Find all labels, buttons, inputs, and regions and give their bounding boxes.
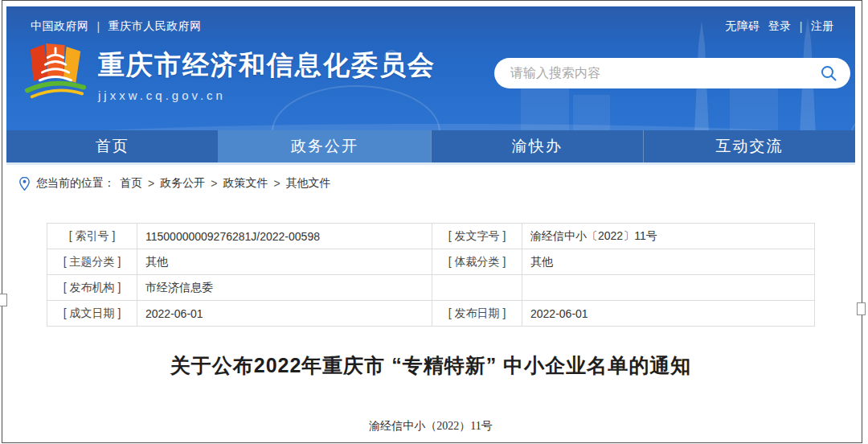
top-bar: 中国政府网 | 重庆市人民政府网 无障碍 登录 | 注册 xyxy=(6,6,855,34)
doc-number: 渝经信中小（2022）11号 xyxy=(6,419,855,434)
table-row: [ 索引号 ] 11500000009276281J/2022-00598 [ … xyxy=(47,224,815,249)
meta-label-index-no: [ 索引号 ] xyxy=(47,224,137,249)
search-button[interactable] xyxy=(820,64,837,82)
main-nav: 首页 政务公开 渝快办 互动交流 xyxy=(6,130,855,162)
nav-item-home[interactable]: 首页 xyxy=(6,130,218,162)
login-link[interactable]: 登录 xyxy=(768,19,792,34)
table-row: [ 发布机构 ] 市经济信息委 xyxy=(47,275,815,301)
nav-item-interaction[interactable]: 互动交流 xyxy=(643,130,855,162)
meta-value-written-date: 2022-06-01 xyxy=(137,301,432,327)
meta-label-doc-symbol: [ 发文字号 ] xyxy=(432,224,522,249)
search-box[interactable] xyxy=(494,58,850,88)
breadcrumb: 您当前的位置： 首页 > 政务公开 > 政策文件 > 其他文件 xyxy=(6,165,855,200)
link-china-gov[interactable]: 中国政府网 xyxy=(31,19,89,34)
search-icon xyxy=(820,64,837,82)
meta-value-index-no: 11500000009276281J/2022-00598 xyxy=(137,224,432,249)
meta-value-genre-class: 其他 xyxy=(522,249,815,275)
doc-meta-table-wrap: [ 索引号 ] 11500000009276281J/2022-00598 [ … xyxy=(47,223,815,327)
site-title[interactable]: 重庆市经济和信息化委员会 xyxy=(98,47,436,84)
account-links: 无障碍 登录 | 注册 xyxy=(725,19,834,34)
meta-label-publish-date: [ 发布日期 ] xyxy=(432,301,522,327)
site-header: 中国政府网 | 重庆市人民政府网 无障碍 登录 | 注册 xyxy=(6,6,855,130)
nav-item-gov-affairs[interactable]: 政务公开 xyxy=(218,130,430,162)
breadcrumb-prefix: 您当前的位置： xyxy=(36,176,115,191)
page-title: 关于公布2022年重庆市 “专精特新” 中小企业名单的通知 xyxy=(6,352,855,379)
brand-text: 重庆市经济和信息化委员会 jjxxw.cq.gov.cn xyxy=(98,47,436,102)
breadcrumb-item-policy-files[interactable]: 政策文件 xyxy=(223,176,268,191)
meta-label-issuing-agency: [ 发布机构 ] xyxy=(47,275,137,301)
selection-handle-right[interactable] xyxy=(857,302,866,315)
meta-value-publish-date: 2022-06-01 xyxy=(522,301,815,327)
doc-meta-table: [ 索引号 ] 11500000009276281J/2022-00598 [ … xyxy=(47,223,815,327)
skyline-wave-icon xyxy=(6,124,855,130)
table-row: [ 主题分类 ] 其他 [ 体裁分类 ] 其他 xyxy=(47,249,815,275)
breadcrumb-separator: > xyxy=(273,177,280,190)
meta-label-subject-class: [ 主题分类 ] xyxy=(47,249,137,275)
register-link[interactable]: 注册 xyxy=(811,19,834,34)
meta-value-issuing-agency: 市经济信息委 xyxy=(137,275,432,301)
separator: | xyxy=(800,20,803,33)
meta-label-written-date: [ 成文日期 ] xyxy=(47,301,137,327)
meta-value-subject-class: 其他 xyxy=(137,249,432,275)
page: 中国政府网 | 重庆市人民政府网 无障碍 登录 | 注册 xyxy=(6,6,855,434)
table-row: [ 成文日期 ] 2022-06-01 [ 发布日期 ] 2022-06-01 xyxy=(47,301,815,327)
breadcrumb-item-home[interactable]: 首页 xyxy=(120,176,142,191)
location-pin-icon xyxy=(19,177,30,191)
meta-label-genre-class: [ 体裁分类 ] xyxy=(432,249,522,275)
breadcrumb-item-other-files[interactable]: 其他文件 xyxy=(286,176,331,191)
nav-item-yukuaiban[interactable]: 渝快办 xyxy=(431,130,643,162)
screenshot-stage: 中国政府网 | 重庆市人民政府网 无障碍 登录 | 注册 xyxy=(0,0,868,444)
breadcrumb-item-gov-affairs[interactable]: 政务公开 xyxy=(160,176,205,191)
meta-value-empty xyxy=(522,275,815,301)
breadcrumb-separator: > xyxy=(148,177,154,190)
link-chongqing-gov[interactable]: 重庆市人民政府网 xyxy=(108,19,202,34)
selection-handle-left[interactable] xyxy=(0,294,7,306)
breadcrumb-separator: > xyxy=(211,177,217,190)
meta-label-empty xyxy=(432,275,522,301)
separator: | xyxy=(97,20,100,33)
site-domain: jjxxw.cq.gov.cn xyxy=(98,88,436,102)
search-input[interactable] xyxy=(510,66,820,80)
accessibility-link[interactable]: 无障碍 xyxy=(725,19,760,34)
gov-links: 中国政府网 | 重庆市人民政府网 xyxy=(31,19,202,34)
emblem-logo-icon[interactable] xyxy=(24,42,87,108)
meta-value-doc-symbol: 渝经信中小〔2022〕11号 xyxy=(522,224,815,249)
